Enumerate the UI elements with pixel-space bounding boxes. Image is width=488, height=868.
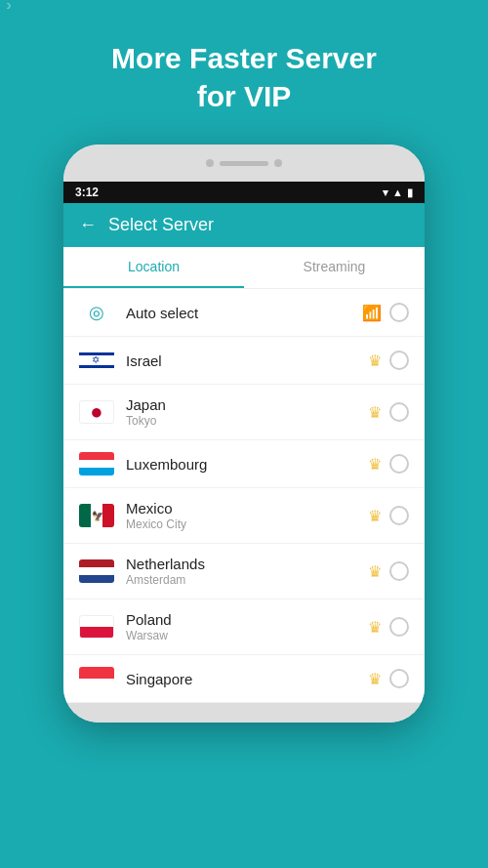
sensor-dot xyxy=(274,159,282,167)
server-name: Japan xyxy=(126,396,356,413)
radio-button[interactable] xyxy=(389,303,409,322)
list-item[interactable]: ● Japan Tokyo ♛ xyxy=(63,385,425,440)
server-info: Japan Tokyo xyxy=(126,396,356,428)
server-right: ♛ xyxy=(368,454,409,474)
status-bar: 3:12 ▾ ▲ ▮ xyxy=(63,182,425,203)
server-right: ♛ xyxy=(368,402,409,422)
list-item[interactable]: Netherlands Amsterdam ♛ xyxy=(63,544,425,599)
list-item[interactable]: Poland Warsaw ♛ xyxy=(63,599,425,655)
server-info: Poland Warsaw xyxy=(126,611,356,642)
server-city: Tokyo xyxy=(126,414,356,428)
server-info: Mexico Mexico City xyxy=(126,500,356,531)
server-name: Israel xyxy=(126,352,356,369)
phone-mockup: 3:12 ▾ ▲ ▮ ← Select Server Location Stre… xyxy=(63,145,425,723)
list-item[interactable]: ✡ Israel ♛ xyxy=(63,337,425,385)
server-info: Israel xyxy=(126,352,356,369)
server-name: Auto select xyxy=(126,305,350,321)
phone-bottom xyxy=(63,703,425,723)
flag-luxembourg xyxy=(79,452,114,475)
radio-button[interactable] xyxy=(389,402,409,422)
camera-dot xyxy=(206,159,214,167)
server-name: Mexico xyxy=(126,500,356,517)
app-header: ← Select Server xyxy=(63,203,425,247)
wifi-icon: ▾ xyxy=(383,186,388,199)
battery-icon: ▮ xyxy=(407,186,413,199)
server-info: Singapore xyxy=(126,671,356,687)
server-city: Warsaw xyxy=(126,629,356,642)
server-name: Luxembourg xyxy=(126,456,356,473)
list-item[interactable]: ☽ Singapore ♛ xyxy=(63,655,425,703)
hero-title: More Faster Server for VIP xyxy=(92,39,396,115)
crown-icon: ♛ xyxy=(368,403,382,422)
crown-icon: ♛ xyxy=(368,670,382,688)
server-name: Poland xyxy=(126,611,356,628)
tab-bar: Location Streaming xyxy=(63,247,425,289)
crown-icon: ♛ xyxy=(368,351,382,370)
server-right: ♛ xyxy=(368,669,409,688)
crown-icon: ♛ xyxy=(368,507,382,525)
list-item[interactable]: 🦅 Mexico Mexico City ♛ xyxy=(63,488,425,544)
server-city: Amsterdam xyxy=(126,573,356,587)
signal-bars-icon: ▲ xyxy=(392,186,403,198)
crown-icon: ♛ xyxy=(368,455,382,474)
header-title: Select Server xyxy=(108,215,214,235)
server-right: ♛ xyxy=(368,617,409,637)
list-item[interactable]: ◎ Auto select 📶 xyxy=(63,289,425,337)
radio-button[interactable] xyxy=(389,506,409,525)
server-right: ♛ xyxy=(368,506,409,525)
signal-icon: 📶 xyxy=(362,304,382,322)
server-right: 📶 xyxy=(362,303,409,322)
tab-streaming[interactable]: Streaming xyxy=(244,247,425,288)
status-icons: ▾ ▲ ▮ xyxy=(383,186,413,199)
server-info: Netherlands Amsterdam xyxy=(126,556,356,587)
status-time: 3:12 xyxy=(75,186,99,199)
server-name: Netherlands xyxy=(126,556,356,572)
back-button[interactable]: ← xyxy=(79,215,97,235)
list-item[interactable]: Luxembourg ♛ xyxy=(63,440,425,488)
radio-button[interactable] xyxy=(389,454,409,474)
flag-mexico: 🦅 xyxy=(79,504,114,527)
radio-button[interactable] xyxy=(389,669,409,688)
radio-button[interactable] xyxy=(389,561,409,581)
radio-button[interactable] xyxy=(389,351,409,370)
tab-location[interactable]: Location xyxy=(63,247,244,288)
server-right: ♛ xyxy=(368,351,409,370)
flag-singapore: ☽ xyxy=(79,667,114,690)
flag-netherlands xyxy=(79,559,114,583)
radio-button[interactable] xyxy=(389,617,409,637)
server-list: ◎ Auto select 📶 ✡ Israel ♛ xyxy=(63,289,425,703)
star-icon: ✡ xyxy=(92,355,102,365)
server-name: Singapore xyxy=(126,671,356,687)
server-info: Auto select xyxy=(126,305,350,321)
speaker-bar xyxy=(220,161,268,166)
auto-icon: ◎ xyxy=(79,301,114,324)
server-right: ♛ xyxy=(368,561,409,581)
server-city: Mexico City xyxy=(126,517,356,531)
flag-israel: ✡ xyxy=(79,349,114,372)
flag-japan: ● xyxy=(79,400,114,424)
crown-icon: ♛ xyxy=(368,562,382,581)
crown-icon: ♛ xyxy=(368,618,382,637)
phone-top xyxy=(63,145,425,182)
flag-poland xyxy=(79,615,114,639)
server-info: Luxembourg xyxy=(126,456,356,473)
